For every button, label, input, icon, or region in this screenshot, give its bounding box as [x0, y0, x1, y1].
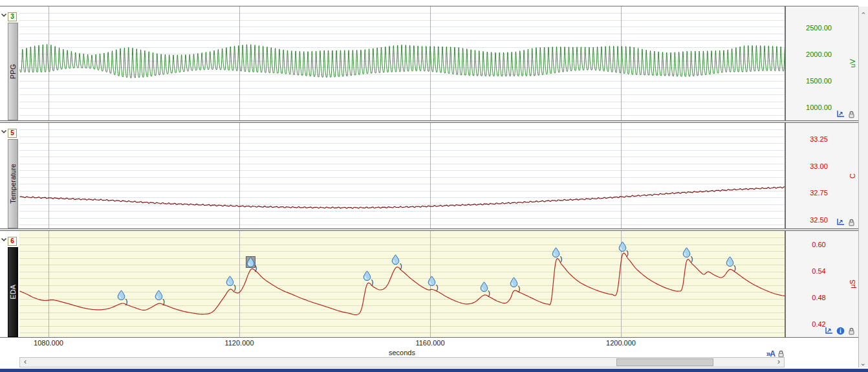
water-droplet-icon: [226, 276, 234, 286]
water-droplet-icon: [117, 290, 125, 300]
water-droplet-icon: [363, 270, 371, 281]
vertical-scrollbar[interactable]: › ›: [858, 6, 868, 367]
ppg-scale-panel[interactable]: uV 2500.002000.001500.001000.00: [785, 6, 858, 120]
scale-tick-label: 1500.00: [796, 77, 842, 85]
collapse-chevron-temperature-icon[interactable]: [1, 125, 8, 131]
temperature-scale-panel[interactable]: C 33.2533.0032.7532.50: [785, 123, 858, 228]
channel-label-ppg: PPG: [9, 64, 17, 79]
water-droplet-icon: [682, 247, 691, 257]
scr-arc-mark: ): [626, 249, 629, 257]
ppg-waveform-svg: [19, 6, 785, 120]
x-axis-tick-row: 1080.0001120.0001160.0001200.000: [0, 339, 785, 348]
scale-tick-label: 33.25: [796, 135, 842, 144]
scale-tick-label: 2500.00: [796, 24, 842, 32]
eda-scale-lock-icon[interactable]: [848, 327, 855, 335]
water-droplet-icon: [618, 241, 627, 252]
channel-label-eda: EDA: [9, 285, 17, 300]
horizontal-scrollbar-thumb[interactable]: [616, 358, 713, 366]
scale-tick-label: 0.48: [796, 294, 842, 302]
water-droplet-icon: [726, 256, 734, 267]
water-droplet-icon: [391, 254, 400, 265]
temperature-plot-area[interactable]: [19, 123, 785, 228]
channel-number-ppg: 3: [10, 13, 14, 20]
collapse-chevron-eda-icon[interactable]: [1, 233, 8, 239]
eda-scale-panel[interactable]: µS 0.600.540.480.42: [785, 231, 858, 337]
scr-arc-mark: ): [371, 278, 374, 286]
eda-plot-area[interactable]: ))))))))))))): [19, 231, 785, 337]
channel-number-eda: 6: [10, 237, 14, 245]
channel-number-box-eda[interactable]: 6: [8, 237, 17, 246]
scale-tick-label: 33.00: [796, 162, 842, 171]
x-axis-tick-label: 1200.000: [595, 339, 647, 347]
scr-arc-mark: ): [488, 289, 490, 297]
temperature-scale-lock-icon[interactable]: [848, 219, 855, 226]
water-droplet-icon: [155, 290, 163, 300]
scr-arc-mark: ): [733, 264, 736, 272]
scale-tick-label: 2000.00: [796, 50, 842, 59]
scale-tick-label: 0.54: [796, 267, 842, 276]
scale-tick-label: 32.75: [796, 189, 842, 197]
scroll-left-button[interactable]: ‹: [20, 358, 30, 367]
scroll-down-button[interactable]: ›: [859, 358, 868, 367]
water-droplet-icon: [246, 257, 255, 267]
channel-strip-eda[interactable]: EDA: [8, 247, 18, 337]
channel-number-box-ppg[interactable]: 3: [8, 12, 17, 21]
top-margin: [0, 0, 868, 6]
channel-label-temperature: Temperature: [9, 164, 17, 204]
scr-arc-mark: ): [255, 264, 257, 272]
horizontal-scrollbar[interactable]: ‹ ›: [19, 357, 785, 367]
ppg-plot-area[interactable]: [19, 6, 785, 120]
eda-unit-label: µS: [849, 279, 856, 289]
scr-arc-mark: ): [400, 262, 402, 270]
channel-strip-ppg[interactable]: PPG: [8, 23, 18, 120]
eda-waveform-svg: [19, 231, 785, 337]
scr-arc-mark: ): [518, 285, 521, 292]
water-droplet-icon: [552, 247, 560, 257]
channel-number-box-temperature[interactable]: 5: [8, 129, 17, 138]
channel-strip-temperature[interactable]: Temperature: [8, 139, 18, 228]
collapse-chevron-ppg-icon[interactable]: [1, 8, 8, 15]
scr-arc-mark: ): [560, 255, 563, 263]
temperature-waveform-svg: [19, 123, 785, 228]
window-bottom-edge: [0, 369, 868, 372]
x-axis-tick-label: 1120.000: [213, 339, 265, 347]
water-droplet-icon: [480, 281, 488, 292]
scr-arc-mark: ): [162, 298, 165, 305]
ppg-scale-lock-icon[interactable]: [848, 111, 855, 118]
water-droplet-icon: [510, 277, 518, 287]
scale-tick-label: 1000.00: [796, 104, 842, 112]
x-axis-title: seconds: [19, 349, 785, 356]
scr-arc-mark: ): [691, 255, 693, 263]
physiology-data-viewer-window: 3 PPG uV 2500.002000.001500.001000.00 5 …: [0, 0, 868, 372]
x-axis-tick-label: 1080.000: [23, 339, 74, 347]
chart-bottom-border: [0, 337, 858, 338]
water-droplet-icon: [428, 276, 436, 286]
ppg-unit-label: uV: [849, 59, 856, 67]
temperature-unit-label: C: [849, 173, 856, 179]
scr-arc-mark: ): [233, 283, 236, 291]
scale-tick-label: 32.50: [796, 216, 842, 224]
scale-tick-label: 0.42: [796, 320, 842, 329]
channel-number-temperature: 5: [10, 129, 14, 137]
scale-tick-label: 0.60: [796, 241, 842, 249]
scr-arc-mark: ): [125, 298, 128, 305]
scr-arc-mark: ): [436, 283, 439, 291]
x-axis-tick-label: 1160.000: [404, 339, 456, 347]
scroll-up-button[interactable]: ›: [859, 6, 868, 16]
scroll-right-button[interactable]: ›: [774, 358, 784, 367]
